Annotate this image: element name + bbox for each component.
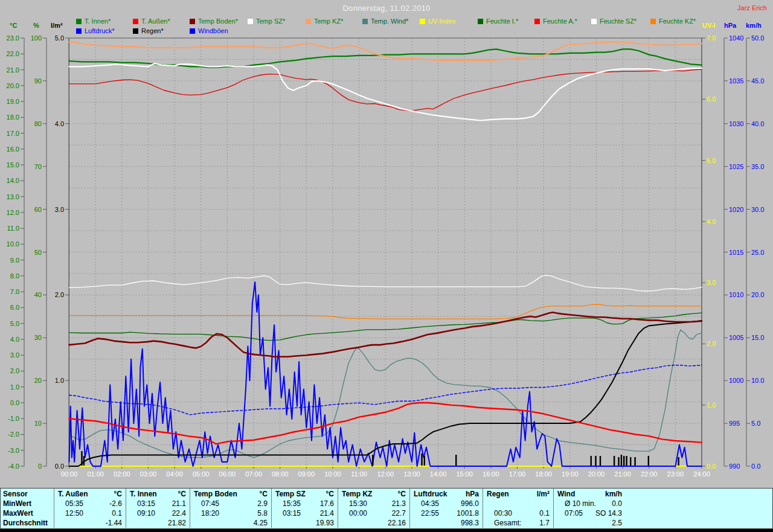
axis-tick-label: 12.0: [7, 209, 19, 216]
hour-label: 22:00: [641, 470, 658, 478]
stat-value: 1001.8: [457, 509, 479, 518]
hour-label: 08:00: [272, 470, 289, 478]
stat-time: Gesamt:: [487, 519, 521, 527]
stat-time: Wind: [557, 490, 575, 498]
hour-label: 17:00: [509, 470, 526, 478]
axis-tick-label: -2.0: [8, 431, 19, 438]
hour-label: 09:00: [298, 470, 315, 478]
hour-label: 11:00: [351, 470, 367, 478]
axis-tick-label: 7.0: [10, 288, 19, 295]
stat-cell: 09:1022.4: [126, 508, 190, 518]
stat-time: 09:10: [130, 509, 155, 518]
axis-tick-label: 2.0: [10, 367, 19, 374]
stat-cell: 22:551001.8: [409, 508, 483, 518]
stat-cell: Gesamt:1.7: [483, 518, 553, 528]
stat-value: 21.82: [168, 519, 186, 527]
hour-label: 24:00: [693, 470, 710, 478]
stat-cell: 22.16: [338, 518, 409, 528]
stat-value: 0.0: [612, 499, 622, 508]
stat-time: 07:45: [194, 499, 219, 508]
stat-cell: 18:205.8: [190, 508, 271, 518]
stat-time: 18:20: [194, 509, 219, 518]
axis-tick-label: 40.0: [751, 120, 764, 127]
stat-time: 12:50: [58, 509, 83, 518]
axis-tick-label: 2.0: [707, 340, 716, 347]
stat-value: 0.1: [539, 509, 550, 518]
axis-tick-label: 5.0: [55, 34, 64, 42]
hour-label: 01:00: [87, 470, 104, 478]
stat-time: Temp Boden: [194, 490, 237, 498]
stat-value: 1.7: [539, 519, 550, 527]
axis-tick-label: 90: [34, 77, 42, 85]
axis-tick-label: 35.0: [751, 163, 764, 170]
axis-tick-label: 0: [38, 463, 42, 470]
axis-kmh: 0.05.010.015.020.025.030.035.040.045.050…: [746, 34, 764, 470]
axis-tick-label: 5.0: [751, 420, 760, 427]
stat-value: °C: [178, 490, 186, 498]
stats-table: SensorT. Außen°CT. Innen°CTemp Boden°CTe…: [0, 488, 773, 529]
stat-filler: [626, 499, 772, 508]
stat-cell: 07:452.9: [190, 499, 271, 508]
hour-label: 18:00: [535, 470, 552, 478]
stat-value: 21.3: [392, 499, 406, 508]
axis-tick-label: 40: [34, 291, 42, 298]
stat-cell: Temp KZ°C: [338, 489, 409, 499]
stat-time: Temp SZ: [275, 490, 306, 498]
axis-tick-label: 15.0: [751, 334, 764, 341]
stat-cell: 05:35-2.6: [54, 499, 126, 508]
rain-intensity-bars: [81, 451, 679, 466]
stat-cell: 12:500.1: [54, 508, 126, 518]
stat-time: 15:30: [342, 499, 367, 508]
axis-tick-label: 30: [34, 334, 42, 341]
stat-value: -1.44: [106, 519, 122, 527]
axis-tick-label: 21.0: [7, 66, 19, 74]
axis-tick-label: 1.0: [707, 402, 716, 409]
stat-row-header: Sensor: [1, 489, 54, 499]
stat-cell: T. Innen°C: [126, 489, 190, 499]
gridlines: [69, 38, 702, 466]
series-temp-wind-line: [69, 330, 702, 457]
hour-label: 12:00: [377, 470, 394, 478]
axis-tick-label: 0.0: [55, 463, 64, 470]
stat-value: 21.1: [172, 499, 186, 508]
stat-time: 00:00: [342, 509, 367, 518]
axis-tick-label: 6.0: [10, 304, 19, 311]
axis-tick-label: 20: [34, 377, 42, 384]
axis-tick-label: 6.0: [707, 95, 716, 103]
axis-tick-label: 20.0: [751, 291, 764, 298]
axis-tick-label: 20.0: [7, 82, 19, 89]
stat-cell: 00:300.1: [483, 508, 553, 518]
stat-cell: 03:1521.1: [126, 499, 190, 508]
axis-tick-label: 9.0: [10, 257, 19, 264]
axis-tick-label: 50: [34, 249, 42, 256]
axis-tick-label: 5.0: [10, 320, 19, 327]
axis-tick-label: 19.0: [7, 98, 19, 105]
stat-cell: Temp Boden°C: [190, 489, 271, 499]
axis-tick-label: 10: [34, 420, 42, 427]
axis-tick-label: 70: [34, 163, 42, 170]
stat-value: 996.0: [461, 499, 479, 508]
stat-time: 00:30: [487, 509, 512, 518]
hour-label: 04:00: [166, 470, 183, 478]
axis-tick-label: 16.0: [7, 146, 19, 153]
hour-label: 15:00: [456, 470, 473, 478]
axis-tick-label: 1000: [729, 377, 743, 384]
axis-tick-label: 2.0: [55, 291, 64, 298]
axis-uv: 0.01.02.03.04.05.06.07.0: [702, 34, 716, 470]
axis-tick-label: 11.0: [7, 225, 19, 232]
axis-tick-label: 1005: [729, 334, 743, 341]
axis-tick-label: 13.0: [7, 193, 19, 200]
stat-time: 22:55: [414, 509, 439, 518]
stat-value: 0.1: [112, 509, 122, 518]
hour-label: 19:00: [562, 470, 579, 478]
hour-label: 07:00: [245, 470, 262, 478]
stat-row-header: MaxWert: [1, 508, 54, 518]
stat-cell: 998.3: [409, 518, 483, 528]
stat-time: T. Innen: [130, 490, 157, 498]
axis-tick-label: 22.0: [7, 50, 19, 57]
axis-tick-label: 60: [34, 206, 42, 213]
axis-tick-label: -1.0: [8, 415, 19, 422]
stat-cell: 4.25: [190, 518, 271, 528]
axis-tick-label: 1025: [729, 163, 743, 170]
stat-time: 07:05: [557, 509, 583, 518]
